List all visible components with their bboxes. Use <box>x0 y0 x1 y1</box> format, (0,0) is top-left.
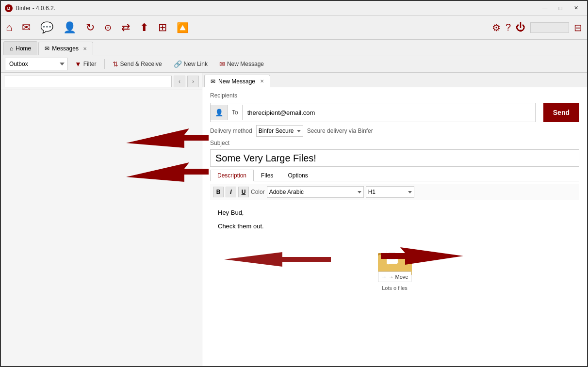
file-icon-wrapper[interactable]: → → Move <box>378 248 412 282</box>
search-input[interactable] <box>4 76 172 87</box>
separator-1 <box>104 59 105 69</box>
underline-button[interactable]: U <box>238 187 249 197</box>
file-drop-area[interactable]: → → Move Lots o files <box>218 239 572 302</box>
home-icon[interactable]: ⌂ <box>6 21 12 34</box>
message-list[interactable] <box>1 90 202 366</box>
compose-area: Recipients 👤 To Send Delivery method <box>202 87 587 366</box>
messages-tab-close[interactable]: ✕ <box>83 46 87 51</box>
new-message-icon: ✉ <box>219 60 225 68</box>
minimize-button[interactable]: — <box>538 3 552 13</box>
chat-icon[interactable]: 💬 <box>40 21 53 34</box>
send-button[interactable]: Send <box>543 103 579 122</box>
messages-tab-icon: ✉ <box>45 45 49 52</box>
delivery-row: Delivery method Binfer Secure Email Dire… <box>210 125 579 137</box>
mail-icon[interactable]: ✉ <box>22 21 31 34</box>
main-layout: ‹ › ✉ New Message ✕ <box>1 73 587 366</box>
to-send-container: 👤 To Send <box>210 103 579 122</box>
move-badge: → → Move <box>378 271 412 282</box>
compose-tab-options[interactable]: Options <box>280 170 315 181</box>
delivery-description: Secure delivery via Binfer <box>307 128 373 134</box>
italic-button[interactable]: I <box>226 187 236 197</box>
search-bar: ‹ › <box>1 73 202 90</box>
mailbox-select[interactable]: Outbox <box>5 58 68 70</box>
filter-icon: ▼ <box>75 60 82 68</box>
new-message-tab-icon: ✉ <box>211 78 215 85</box>
network-status-icon[interactable]: ⊟ <box>574 22 582 33</box>
file-name-label: Lots o files <box>382 284 408 292</box>
title-bar-left: B Binfer - 4.0.6.2. <box>5 4 55 12</box>
subject-label: Subject <box>210 140 579 146</box>
title-bar: B Binfer - 4.0.6.2. — □ ✕ <box>1 1 587 16</box>
new-message-button[interactable]: ✉ New Message <box>214 58 269 70</box>
subject-input[interactable] <box>210 149 579 167</box>
to-icon-button[interactable]: 👤 <box>211 105 228 120</box>
settings-icon[interactable]: ⚙ <box>492 22 501 33</box>
to-input[interactable] <box>243 105 535 120</box>
app-title: Binfer - 4.0.6.2. <box>16 5 55 12</box>
app-window: B Binfer - 4.0.6.2. — □ ✕ ⌂ ✉ 💬 👤 ↻ ⊙ ⇄ … <box>0 0 588 367</box>
left-panel: ‹ › <box>1 73 202 366</box>
filter-button[interactable]: ▼ Filter <box>70 58 101 70</box>
new-message-tab-close[interactable]: ✕ <box>260 79 264 84</box>
format-toolbar: B I U Color Adobe Arabic H1 H2 H3 Normal <box>210 184 579 200</box>
messages-tab-label: Messages <box>52 45 79 52</box>
move-arrow-icon: → <box>381 272 387 281</box>
send-receive-button[interactable]: ⇅ Send & Receive <box>108 58 167 70</box>
delivery-method-select[interactable]: Binfer Secure Email Direct <box>256 125 303 137</box>
filter-label: Filter <box>83 61 97 67</box>
new-link-label: New Link <box>184 61 208 67</box>
new-message-tab[interactable]: ✉ New Message ✕ <box>204 75 270 87</box>
new-message-tab-label: New Message <box>218 78 255 85</box>
move-label: → Move <box>389 273 408 281</box>
message-body: Hey Bud, Check them out. <box>210 203 579 361</box>
recipients-label: Recipients <box>210 92 579 99</box>
sub-toolbar: Outbox ▼ Filter ⇅ Send & Receive 🔗 New L… <box>1 55 587 73</box>
compose-tabs: Description Files Options <box>210 170 579 181</box>
new-link-icon: 🔗 <box>174 60 182 68</box>
home-tab-icon: ⌂ <box>10 45 13 52</box>
color-label: Color <box>251 189 265 195</box>
close-button[interactable]: ✕ <box>569 3 583 13</box>
to-label: To <box>228 105 243 120</box>
nav-next-button[interactable]: › <box>187 76 199 87</box>
send-receive-icon: ⇅ <box>113 60 118 68</box>
tab-home[interactable]: ⌂ Home <box>3 41 37 55</box>
font-select[interactable]: Adobe Arabic <box>267 186 364 198</box>
app-logo: B <box>5 4 13 12</box>
new-link-button[interactable]: 🔗 New Link <box>169 58 212 70</box>
maximize-button[interactable]: □ <box>553 3 568 13</box>
right-panel: ✉ New Message ✕ Recipients <box>202 73 587 366</box>
to-row: 👤 To <box>210 103 536 122</box>
contacts-icon[interactable]: 👤 <box>63 21 76 34</box>
delivery-label: Delivery method <box>210 128 252 134</box>
compose-tab-files[interactable]: Files <box>254 170 280 181</box>
body-line3: Check them out. <box>218 222 572 231</box>
upload-icon[interactable]: ⬆ <box>140 21 148 34</box>
status-progress-bar <box>530 22 569 33</box>
title-controls: — □ ✕ <box>538 3 583 13</box>
transfer-icon[interactable]: ⇄ <box>121 21 130 34</box>
tab-messages[interactable]: ✉ Messages ✕ <box>38 42 93 55</box>
power-icon[interactable]: ⏻ <box>516 22 525 33</box>
sync-icon[interactable]: ↻ <box>86 21 95 34</box>
new-message-label: New Message <box>227 61 264 67</box>
compose-tab-description[interactable]: Description <box>210 170 254 181</box>
bold-button[interactable]: B <box>213 187 224 197</box>
body-line1: Hey Bud, <box>218 208 572 218</box>
send-receive-label: Send & Receive <box>120 61 162 67</box>
message-tab-bar: ✉ New Message ✕ <box>202 73 587 87</box>
toolbar-right: ⚙ ? ⏻ ⊟ <box>492 22 582 33</box>
home-tab-label: Home <box>16 45 31 52</box>
main-toolbar: ⌂ ✉ 💬 👤 ↻ ⊙ ⇄ ⬆ ⊞ 🔼 ⚙ ? ⏻ ⊟ <box>1 16 587 40</box>
help-icon[interactable]: ? <box>506 22 511 33</box>
nav-prev-button[interactable]: ‹ <box>174 76 185 87</box>
wifi-icon[interactable]: ⊙ <box>104 22 112 33</box>
grid-icon[interactable]: ⊞ <box>158 21 167 34</box>
send-up-icon[interactable]: 🔼 <box>177 22 189 33</box>
person-icon: 👤 <box>215 109 223 116</box>
top-tab-bar: ⌂ Home ✉ Messages ✕ <box>1 40 587 55</box>
heading-select[interactable]: H1 H2 H3 Normal <box>366 186 414 198</box>
